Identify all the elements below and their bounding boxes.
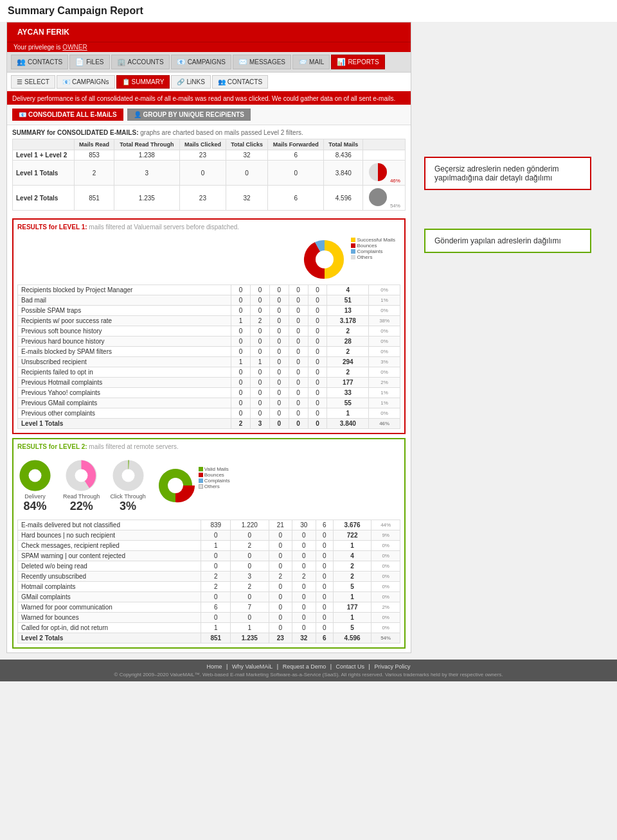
level2-pie-chart [156, 466, 195, 505]
nav-tab-reports[interactable]: 📊 REPORTS [331, 55, 384, 69]
consolidate-button[interactable]: 📧 CONSOLIDATE ALL E-MAiLS [12, 109, 123, 121]
nav-tab-campaigns[interactable]: 📧 CAMPAIGNS [171, 55, 231, 69]
consolidate-label: CONSOLIDATE ALL E-MAiLS [28, 111, 117, 118]
table-row: Hard bounces | no such recipient 0 0 0 0… [18, 530, 400, 541]
table-row: Called for opt-in, did not return 1 1 0 … [18, 623, 400, 633]
nav-tab-messages[interactable]: ✉️ MESSAGES [233, 55, 291, 69]
cell: 0 [251, 388, 270, 398]
cell: 0 [269, 408, 289, 419]
valid-dot [199, 467, 203, 471]
cell: 0 [231, 561, 269, 572]
cell: 0 [251, 367, 270, 378]
clickthrough-label: Click Through [110, 493, 145, 500]
cell: 0 [308, 367, 327, 378]
cell: 6 [316, 520, 333, 530]
sub-nav-campaigns[interactable]: 📧 CAMPAIGNs [57, 75, 115, 89]
cell-total: 51 [327, 295, 369, 306]
accounts-icon: 🏢 [117, 58, 126, 66]
level2-legend: Valid Mails Bounces Complaints [199, 466, 230, 489]
cell: 1.235 [114, 186, 180, 211]
row-label: Previous other complaints [18, 408, 231, 419]
cell: 0 [292, 602, 316, 613]
legend-successful: Successful Mails [351, 237, 395, 243]
level1-table: Recipients blocked by Project Manager 0 … [17, 284, 400, 429]
nav-tab-mail[interactable]: 📨 MAIL [292, 55, 330, 69]
privilege-role-link[interactable]: OWNER [62, 44, 87, 51]
footer-link-privacy[interactable]: Privacy Policy [374, 663, 410, 670]
bounces-dot-l2 [199, 473, 203, 477]
nav-tab-files[interactable]: 📄 FiLES [69, 55, 109, 69]
cell: 6 [316, 633, 333, 643]
cell: 0 [269, 551, 292, 561]
cell-percent: 1% [369, 295, 400, 306]
row-label: Previous hard bounce history [18, 337, 231, 347]
cell-chart: 46% [363, 161, 406, 186]
row-label: Deleted w/o being read [18, 561, 201, 572]
cell: 0 [269, 388, 289, 398]
footer-link-why[interactable]: Why ValueMAiL [232, 663, 273, 670]
sub-nav-links[interactable]: 🔗 LiNKS [171, 75, 210, 89]
sub-nav-contacts[interactable]: 👥 CONTACTS [212, 75, 268, 89]
nav-tab-contacts[interactable]: 👥 CONTACTS [11, 55, 68, 69]
cell: 6 [201, 602, 231, 613]
cell: 23 [179, 150, 226, 161]
sub-nav-select[interactable]: ☰ SELECT [11, 75, 55, 89]
cell-percent: 46% [369, 419, 400, 429]
cell: 0 [269, 419, 289, 429]
sub-nav-summary[interactable]: 📋 SUMMARY [116, 75, 170, 89]
cell: 0 [269, 623, 292, 633]
row-label: Level 1 Totals [18, 419, 231, 429]
cell: 23 [179, 186, 226, 211]
stat-read-through: Read Through 22% [63, 458, 100, 513]
cell: 0 [251, 408, 270, 419]
svg-point-11 [168, 478, 183, 493]
clickthrough-pie [111, 458, 146, 493]
table-row: Hotmail complaints 2 2 0 0 0 5 0% [18, 582, 400, 592]
cell: 0 [316, 592, 333, 602]
cell-percent: 1% [369, 398, 400, 408]
cell: 0 [289, 295, 308, 306]
table-row: Previous soft bounce history 0 0 0 0 0 2… [18, 326, 400, 337]
cell: 0 [226, 161, 268, 186]
cell-percent: 0% [369, 347, 400, 357]
cell-total: 1 [327, 408, 369, 419]
cell: 0 [292, 613, 316, 623]
cell: 32 [226, 186, 268, 211]
left-column: AYCAN FERIK Your privelege is OWNER 👥 CO… [6, 22, 411, 653]
cell-total: 5 [333, 623, 371, 633]
cell: 1.235 [231, 633, 269, 643]
cell: 2 [231, 541, 269, 551]
cell-percent: 0% [371, 551, 400, 561]
footer-link-contact[interactable]: Contact Us [336, 663, 365, 670]
cell-percent: 2% [369, 378, 400, 388]
cell: 3 [114, 161, 180, 186]
row-label: Level 1 Totals [13, 161, 75, 186]
sub-campaigns-icon: 📧 [62, 78, 70, 85]
cell: 0 [292, 561, 316, 572]
row-label: Possible SPAM traps [18, 306, 231, 316]
delivery-pie [17, 458, 53, 493]
cell: 21 [269, 520, 292, 530]
cell: 853 [75, 150, 114, 161]
cell: 0 [269, 378, 289, 388]
footer-link-home[interactable]: Home [207, 663, 222, 670]
nav-tab-accounts[interactable]: 🏢 ACCOUNTS [111, 55, 170, 69]
percent-label: 54% [390, 203, 400, 209]
cell-percent: 0% [371, 623, 400, 633]
complaints-dot-l2 [199, 478, 203, 483]
row-label: Previous Hotmail complaints [18, 378, 231, 388]
cell: 0 [289, 378, 308, 388]
cell: 0 [316, 572, 333, 582]
delivery-percent: 84% [23, 500, 46, 513]
footer-link-demo[interactable]: Request a Demo [283, 663, 326, 670]
group-button[interactable]: 👤 GROUP BY UNiQUE RECiPiENTS [127, 109, 251, 121]
cell: 0 [179, 161, 226, 186]
cell: 6 [268, 186, 324, 211]
level2-results-section: RESULTS for LEVEL 2: mails filtered at r… [12, 438, 406, 649]
sub-nav-summary-label: SUMMARY [132, 78, 165, 85]
sub-nav-select-label: SELECT [24, 78, 49, 85]
cell: 0 [231, 530, 269, 541]
cell: 0 [231, 295, 251, 306]
table-row: Unsubscribed recipient 1 1 0 0 0 294 3% [18, 357, 400, 367]
page-container: Summary Campaign Report AYCAN FERIK Your… [0, 0, 617, 681]
